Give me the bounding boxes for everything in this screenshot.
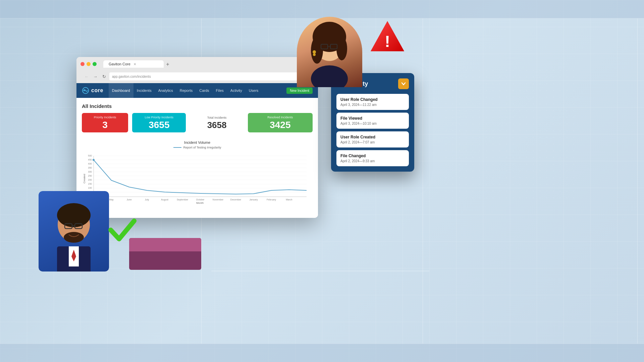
nav-item-files[interactable]: Files — [213, 83, 227, 98]
svg-text:May: May — [109, 198, 114, 201]
browser-chrome: Gaviton Core ✕ + ← → ↻ app.gaviton.com/i… — [76, 57, 318, 83]
svg-point-6 — [336, 37, 347, 60]
activity-dropdown-button[interactable] — [398, 78, 409, 89]
stat-number-low-priority: 3655 — [149, 120, 169, 130]
chart-area: Incident Volume Report of Testing Irregu… — [82, 138, 313, 208]
nav-item-users[interactable]: Users — [246, 83, 262, 98]
address-text: app.gaviton.com/incidents — [112, 75, 151, 78]
svg-text:450: 450 — [88, 159, 92, 161]
main-content: All Incidents Priority Incidents 3 Low P… — [76, 98, 318, 218]
page-title: All Incidents — [82, 103, 313, 109]
svg-text:February: February — [267, 198, 276, 201]
browser-window: Gaviton Core ✕ + ← → ↻ app.gaviton.com/i… — [76, 57, 318, 218]
new-tab-button[interactable]: + — [164, 61, 171, 68]
warning-triangle-icon: ! — [369, 19, 406, 53]
stats-row: Priority Incidents 3 Low Priority Incide… — [82, 113, 313, 132]
activity-item-date-1: April 3, 2024—10:10 am — [340, 122, 405, 125]
checkmark-overlay — [107, 215, 138, 246]
svg-text:350: 350 — [88, 167, 92, 169]
svg-point-55 — [57, 203, 91, 227]
stat-number-resolved: 3425 — [270, 120, 290, 130]
chart-legend: Report of Testing Irregularity — [82, 146, 313, 149]
stat-card-priority: Priority Incidents 3 — [82, 113, 128, 132]
svg-point-11 — [313, 50, 316, 54]
nav-item-reports[interactable]: Reports — [176, 83, 196, 98]
logo-text: core — [91, 87, 103, 94]
stat-label-priority: Priority Incidents — [94, 116, 116, 119]
stat-card-total: Total Incidents 3658 — [190, 113, 244, 132]
chevron-down-icon — [401, 81, 406, 86]
nav-item-analytics[interactable]: Analytics — [155, 83, 176, 98]
stat-sublabel-total: Total Incidents — [207, 116, 227, 119]
svg-text:March: March — [286, 198, 292, 201]
legend-text: Report of Testing Irregularity — [183, 146, 221, 149]
activity-item-title-1: File Viewed — [340, 116, 405, 121]
svg-text:100: 100 — [88, 187, 92, 189]
man-silhouette — [39, 191, 109, 272]
new-incident-button[interactable]: New Incident — [286, 87, 313, 94]
svg-text:!: ! — [385, 33, 390, 50]
nav-item-incidents[interactable]: Incidents — [133, 83, 155, 98]
svg-text:June: June — [126, 198, 131, 201]
stat-label-low-priority: Low Priority Incidents — [145, 116, 174, 119]
browser-dots — [80, 62, 97, 66]
svg-text:July: July — [145, 198, 149, 201]
svg-text:November: November — [213, 198, 224, 201]
stat-card-resolved: Resolved Incidents 3425 — [248, 113, 313, 132]
warning-badge: ! — [369, 19, 406, 54]
logo-icon — [82, 87, 89, 94]
app-nav: core Dashboard Incidents Analytics Repor… — [76, 83, 318, 98]
woman-silhouette — [297, 17, 362, 87]
forward-button[interactable]: → — [92, 73, 99, 80]
nav-item-cards[interactable]: Cards — [196, 83, 212, 98]
svg-point-56 — [64, 232, 84, 243]
svg-text:Created: Created — [83, 174, 86, 183]
svg-text:200: 200 — [88, 179, 92, 181]
activity-item-title-2: User Role Created — [340, 135, 405, 139]
svg-text:October: October — [196, 198, 205, 201]
activity-item-1[interactable]: File Viewed April 3, 2024—10:10 am — [336, 113, 409, 129]
incident-volume-chart: Created 500 450 400 350 300 250 200 150 … — [82, 152, 310, 204]
stat-label-resolved: Resolved Incidents — [267, 116, 293, 119]
activity-item-title-3: File Changed — [340, 154, 405, 158]
chart-svg-wrapper: Created 500 450 400 350 300 250 200 150 … — [82, 152, 313, 205]
address-bar[interactable]: app.gaviton.com/incidents — [109, 72, 311, 80]
svg-text:September: September — [177, 198, 189, 201]
stat-number-priority: 3 — [102, 120, 108, 130]
refresh-button[interactable]: ↻ — [101, 73, 107, 80]
svg-text:January: January — [250, 198, 258, 201]
activity-item-date-3: April 2, 2024—9:33 am — [340, 159, 405, 163]
tab-close-icon[interactable]: ✕ — [133, 62, 136, 66]
svg-text:150: 150 — [88, 183, 92, 185]
nav-item-activity[interactable]: Activity — [227, 83, 246, 98]
avatar-woman — [297, 17, 362, 87]
dot-yellow[interactable] — [87, 62, 91, 66]
chart-title: Incident Volume — [82, 140, 313, 144]
browser-tab[interactable]: Gaviton Core ✕ — [103, 60, 164, 68]
activity-item-date-0: April 3, 2024—11:22 am — [340, 103, 405, 107]
svg-text:300: 300 — [88, 171, 92, 173]
stat-number-total: 3658 — [207, 121, 227, 129]
activity-item-2[interactable]: User Role Created April 2, 2024—7:07 am — [336, 131, 409, 147]
activity-item-3[interactable]: File Changed April 2, 2024—9:33 am — [336, 150, 409, 166]
svg-text:400: 400 — [88, 163, 92, 165]
browser-nav: ← → ↻ app.gaviton.com/incidents — [80, 70, 314, 83]
dot-green[interactable] — [93, 62, 97, 66]
svg-text:December: December — [230, 198, 241, 201]
nav-items: Dashboard Incidents Analytics Reports Ca… — [109, 83, 286, 98]
svg-point-10 — [311, 65, 348, 87]
svg-point-5 — [311, 37, 323, 64]
svg-text:500: 500 — [88, 155, 92, 157]
activity-item-0[interactable]: User Role Changed April 3, 2024—11:22 am — [336, 94, 409, 110]
block-pink — [129, 238, 201, 251]
checkmark-icon — [107, 215, 138, 245]
back-button[interactable]: ← — [83, 73, 90, 80]
dot-red[interactable] — [80, 62, 85, 66]
stat-card-low-priority: Low Priority Incidents 3655 — [132, 113, 186, 132]
svg-text:Month: Month — [196, 201, 204, 204]
nav-item-dashboard[interactable]: Dashboard — [109, 83, 133, 98]
app-logo: core — [82, 87, 103, 94]
tab-label: Gaviton Core — [109, 62, 130, 66]
svg-text:August: August — [161, 198, 168, 201]
svg-text:250: 250 — [88, 175, 92, 177]
